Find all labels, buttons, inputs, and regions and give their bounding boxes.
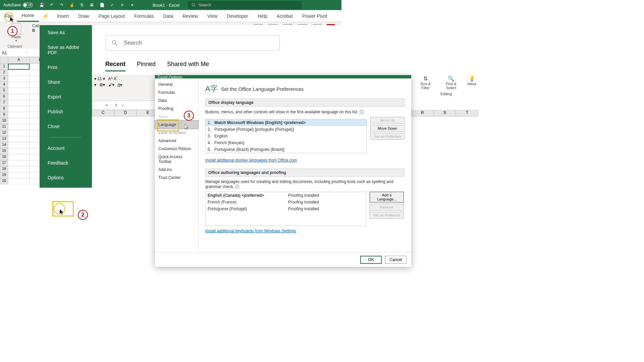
cell[interactable] <box>8 70 30 76</box>
row-header[interactable]: 4 <box>0 82 8 88</box>
row-header[interactable]: 7 <box>0 100 8 106</box>
menu-save-as[interactable]: Save As <box>40 25 92 40</box>
cell[interactable] <box>8 172 30 178</box>
indent-icon[interactable]: ≡ <box>119 2 125 8</box>
enter-icon[interactable]: ✓ <box>121 103 124 108</box>
row-header[interactable]: 2 <box>0 70 8 76</box>
title-search-box[interactable]: Search <box>188 1 302 9</box>
tab-formulas[interactable]: Formulas <box>129 10 158 22</box>
row-header[interactable]: 17 <box>0 160 8 166</box>
move-down-button[interactable]: Move Down <box>370 125 405 132</box>
touch-mode-icon[interactable]: ☝ <box>69 2 74 8</box>
menu-close[interactable]: Close <box>40 119 92 134</box>
tab-draw[interactable]: Draw <box>73 10 94 22</box>
col-header[interactable]: R <box>411 110 434 117</box>
col-header[interactable]: C <box>92 110 114 117</box>
authoring-language-list[interactable]: English (Canada) <preferred>Proofing ins… <box>205 192 366 226</box>
menu-feedback[interactable]: Feedback <box>40 156 92 170</box>
cancel-icon[interactable]: ✕ <box>114 103 118 108</box>
set-preferred-button-2[interactable]: Set as Preferred <box>370 212 404 219</box>
row-header[interactable]: 14 <box>0 142 8 148</box>
nav-ease[interactable]: Ease of Access <box>155 129 198 137</box>
spell-icon[interactable]: ✓ <box>109 2 115 8</box>
nav-general[interactable]: General <box>155 80 198 88</box>
row-header[interactable]: 1 <box>0 64 8 70</box>
redo-icon[interactable]: ↷ <box>59 2 64 8</box>
tab-pinned[interactable]: Pinned <box>137 61 156 71</box>
nav-language[interactable]: Language <box>155 121 198 129</box>
cell[interactable] <box>8 130 30 136</box>
autosave-toggle[interactable]: AutoSave Off <box>3 3 33 7</box>
col-header[interactable]: S <box>434 110 456 117</box>
cell[interactable] <box>8 88 30 94</box>
select-all-corner[interactable] <box>0 57 8 64</box>
row-header[interactable]: 6 <box>0 94 8 100</box>
col-header[interactable]: A <box>8 57 30 64</box>
row-header[interactable]: 8 <box>0 106 8 112</box>
cell[interactable] <box>8 166 30 172</box>
tab-recent[interactable]: Recent <box>105 61 125 71</box>
tab-data[interactable]: Data <box>159 10 178 22</box>
print-icon[interactable]: 🖶 <box>89 2 95 8</box>
cell[interactable] <box>8 106 30 112</box>
find-select-button[interactable]: Find & Select <box>440 82 462 90</box>
backstage-search[interactable]: Search <box>105 35 280 51</box>
nav-qat[interactable]: Quick Access Toolbar <box>155 153 198 166</box>
move-up-button[interactable]: Move Up <box>370 117 405 124</box>
menu-save-pdf[interactable]: Save as Adobe PDF <box>40 40 92 60</box>
tab-developer[interactable]: Developer <box>222 10 253 22</box>
nav-data[interactable]: Data <box>155 97 198 105</box>
tab-insert[interactable]: Insert <box>52 10 73 22</box>
row-header[interactable]: 18 <box>0 166 8 172</box>
add-language-button[interactable]: Add a Language... <box>370 192 404 202</box>
tab-review[interactable]: Review <box>178 10 203 22</box>
ink-icon[interactable]: ⚡ <box>42 13 49 19</box>
tab-power-pivot[interactable]: Power Pivot <box>298 10 332 22</box>
cell[interactable] <box>8 154 30 160</box>
cell[interactable] <box>8 124 30 130</box>
font-buttons[interactable]: ▾ ⊞▾ 🖌▾ A▾ <box>92 82 159 88</box>
cell[interactable] <box>8 136 30 142</box>
bold-button[interactable]: B <box>32 28 35 33</box>
install-keyboards-link[interactable]: Install additional keyboards from Window… <box>205 229 296 233</box>
row-header[interactable]: 12 <box>0 130 8 136</box>
row-header[interactable]: 20 <box>0 178 8 184</box>
ideas-button[interactable]: Ideas <box>467 82 476 86</box>
cell[interactable] <box>8 118 30 124</box>
cell[interactable] <box>8 142 30 148</box>
nav-trust[interactable]: Trust Center <box>155 174 198 182</box>
cancel-button[interactable]: Cancel <box>385 256 407 264</box>
menu-export[interactable]: Export <box>40 89 92 104</box>
row-header[interactable]: 15 <box>0 148 8 154</box>
cell[interactable] <box>8 94 30 100</box>
row-header[interactable]: 11 <box>0 124 8 130</box>
info-icon[interactable]: ⓘ <box>235 184 239 189</box>
ok-button[interactable]: OK <box>360 256 382 264</box>
row-header[interactable]: 13 <box>0 136 8 142</box>
nav-formulas[interactable]: Formulas <box>155 88 198 97</box>
nav-advanced[interactable]: Advanced <box>155 137 198 145</box>
menu-options[interactable]: Options <box>40 170 92 185</box>
tab-shared[interactable]: Shared with Me <box>167 61 209 71</box>
install-display-link[interactable]: Install additional display languages fro… <box>205 158 297 163</box>
tab-home[interactable]: Home <box>17 10 39 22</box>
font-name[interactable]: Cali <box>32 23 39 28</box>
nav-addins[interactable]: Add-ins <box>155 166 198 174</box>
tab-view[interactable]: View <box>203 10 222 22</box>
cell[interactable] <box>8 100 30 106</box>
font-size-display[interactable]: ▾ 11 ▾ A^ A ̌ <box>92 76 159 82</box>
tab-help[interactable]: Help <box>253 10 272 22</box>
page-icon[interactable]: 📄 <box>99 2 105 8</box>
menu-share[interactable]: Share <box>40 75 92 89</box>
undo-icon[interactable]: ↶ <box>49 2 54 8</box>
row-header[interactable]: 9 <box>0 112 8 118</box>
col-header[interactable]: T <box>456 110 478 117</box>
sort-filter-button[interactable]: Sort & Filter <box>416 82 435 90</box>
nav-customize-ribbon[interactable]: Customize Ribbon <box>155 145 198 153</box>
sort-icon[interactable]: ⇅ <box>79 2 85 8</box>
info-icon[interactable]: ⓘ <box>360 110 364 114</box>
more-icon[interactable]: ▾ <box>129 2 135 8</box>
row-header[interactable]: 10 <box>0 118 8 124</box>
set-preferred-button[interactable]: Set as Preferred <box>370 133 405 140</box>
cell[interactable] <box>8 112 30 118</box>
